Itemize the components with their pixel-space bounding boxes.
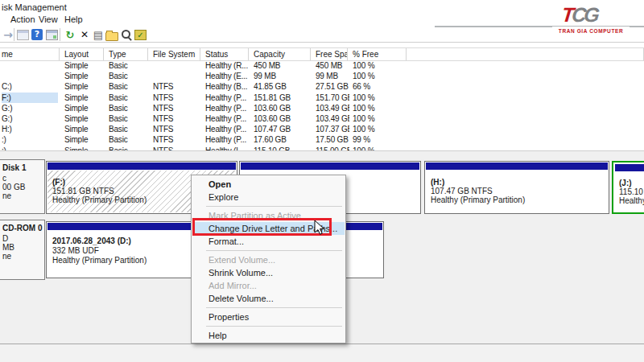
cell-capacity: 103.60 GB (254, 103, 310, 113)
column-header-Status[interactable]: Status (200, 48, 249, 60)
cdrom-media-status: Healthy (Primary Partition) (52, 256, 147, 265)
cell-capacity: 151.81 GB (254, 93, 310, 103)
primary-partition-color-bar (47, 162, 236, 170)
cdrom0-status: ne (2, 252, 11, 261)
cell-layout: Simple (64, 60, 103, 71)
annotation-highlight-box (192, 218, 332, 236)
cell-free: 99 MB (316, 71, 349, 81)
cell-fs: NTFS (153, 134, 200, 145)
column-header-Capacity[interactable]: Capacity (249, 48, 311, 60)
volume-row[interactable]: C:)SimpleBasicNTFSHealthy (B...41.85 GB2… (0, 81, 644, 92)
cell-type: Basic (109, 93, 149, 103)
cell-type: Basic (109, 60, 149, 71)
cell-pct: 100 % (353, 93, 389, 103)
cell-fs: NTFS (153, 93, 200, 103)
volume-row[interactable]: G:)SimpleBasicNTFSHealthy (P...103.60 GB… (0, 113, 644, 124)
cell-pct: 100 % (353, 124, 389, 134)
menu-item-add-mirror: Add Mirror... (192, 279, 345, 292)
cdrom-media-size: 332 MB UDF (52, 246, 99, 255)
cell-free: 17.50 GB (316, 134, 349, 145)
menu-item-open[interactable]: Open (192, 178, 345, 191)
search-icon[interactable] (120, 29, 133, 41)
volume-list-header: meLayoutTypeFile SystemStatusCapacityFre… (0, 47, 644, 61)
menu-action[interactable]: Action (10, 14, 35, 24)
cell-status: Healthy (B... (205, 81, 250, 92)
console-window-icon[interactable] (17, 30, 29, 40)
partition-j[interactable]: (J:) 115.10 GB NTFS Healthy (Logical Dri… (612, 161, 644, 214)
partition-h[interactable]: (H:) 107.47 GB NTFS Healthy (Primary Par… (424, 161, 609, 214)
cdrom0-label-strip[interactable]: CD-ROM 0 D MB ne (0, 220, 45, 280)
properties-icon[interactable]: ▤ (92, 29, 105, 41)
cell-pct: 99 % (353, 134, 389, 145)
partition-f-size: 151.81 GB NTFS (52, 187, 114, 195)
cell-layout: Simple (64, 71, 103, 81)
volume-row[interactable]: G:)SimpleBasicNTFSHealthy (P...103.60 GB… (0, 103, 644, 113)
cell-fs: NTFS (153, 113, 200, 124)
volume-row[interactable]: SimpleBasicHealthy (R...450 MB450 MB100 … (0, 60, 644, 71)
menu-item-explore[interactable]: Explore (192, 191, 345, 204)
menu-item-delete-volume[interactable]: Delete Volume... (192, 292, 345, 305)
toolbar-separator (60, 28, 60, 41)
volume-row[interactable]: F:)SimpleBasicNTFSHealthy (P...151.81 GB… (0, 93, 644, 103)
column-header-Type[interactable]: Type (104, 48, 148, 60)
column-header-blank[interactable] (407, 48, 644, 60)
delete-icon[interactable]: ✕ (78, 29, 91, 41)
menu-item-properties[interactable]: Properties (192, 311, 345, 323)
cell-fs: NTFS (153, 81, 200, 92)
cell-capacity: 107.47 GB (254, 124, 310, 134)
volume-row[interactable]: SimpleBasicHealthy (E...99 MB99 MB100 % (0, 71, 644, 81)
volume-row[interactable]: H:)SimpleBasicNTFSHealthy (P...107.47 GB… (0, 124, 644, 134)
partition-h-status: Healthy (Primary Partition) (431, 195, 525, 204)
window-bottom-edge (0, 343, 644, 344)
cell-status: Healthy (R... (205, 60, 250, 71)
cell-free: 103.49 GB (316, 113, 349, 124)
column-header-me[interactable]: me (0, 48, 60, 60)
toolbar-separator (14, 28, 14, 41)
partition-j-status: Healthy (Logical Drive) (619, 196, 644, 205)
cell-capacity: 17.60 GB (254, 134, 310, 145)
column-header-% Free[interactable]: % Free (348, 48, 407, 60)
cell-layout: Simple (64, 103, 103, 113)
menu-item-help[interactable]: Help (192, 329, 345, 342)
cell-status: Healthy (P... (205, 113, 250, 124)
forward-arrow-icon[interactable]: → (2, 29, 14, 41)
menu-item-shrink-volume[interactable]: Shrink Volume... (192, 266, 345, 279)
disk-check-icon[interactable]: ✓ (134, 30, 147, 40)
cell-free: 450 MB (316, 60, 349, 71)
cell-status: Healthy (E... (205, 71, 250, 81)
menu-separator (206, 250, 342, 251)
cdrom-media-name: 2017.06.28_2043 (D:) (52, 237, 131, 245)
cell-pct: 100 % (353, 60, 389, 71)
primary-partition-color-bar (615, 164, 644, 171)
cell-type: Basic (109, 71, 149, 81)
primary-partition-color-bar (241, 162, 419, 170)
logo-letter-g: G (583, 3, 598, 26)
help-icon[interactable]: ? (31, 29, 43, 40)
cell-status: Healthy (P... (205, 124, 250, 134)
menu-view[interactable]: View (39, 14, 58, 24)
cell-type: Basic (109, 81, 149, 92)
partition-j-size: 115.10 GB NTFS (619, 187, 644, 196)
window-title: isk Management (2, 2, 67, 12)
disk1-label-strip[interactable]: Disk 1 c 00 GB ne (0, 159, 45, 214)
volume-row[interactable]: :)SimpleBasicNTFSHealthy (P...17.60 GB17… (0, 134, 644, 145)
menu-item-extend-volume: Extend Volume... (192, 253, 345, 266)
cell-free: 27.51 GB (316, 81, 349, 92)
open-folder-icon[interactable] (105, 32, 118, 41)
cell-layout: Simple (64, 93, 103, 103)
column-header-File System[interactable]: File System (148, 48, 200, 60)
cell-name: H:) (2, 124, 58, 134)
primary-partition-color-bar (426, 162, 608, 170)
refresh-icon[interactable]: ↻ (64, 29, 76, 41)
disk1-capacity: 00 GB (2, 183, 25, 191)
column-header-Layout[interactable]: Layout (60, 48, 104, 60)
cell-type: Basic (109, 113, 149, 124)
cell-pct: 100 % (353, 113, 389, 124)
menu-help[interactable]: Help (64, 14, 83, 24)
console-tree-icon[interactable] (46, 30, 58, 40)
cell-free: 103.49 GB (316, 103, 349, 113)
column-header-Free Spa...[interactable]: Free Spa... (311, 48, 348, 60)
cell-layout: Simple (64, 81, 103, 92)
cell-type: Basic (109, 124, 149, 134)
disk1-title: Disk 1 (2, 163, 26, 172)
